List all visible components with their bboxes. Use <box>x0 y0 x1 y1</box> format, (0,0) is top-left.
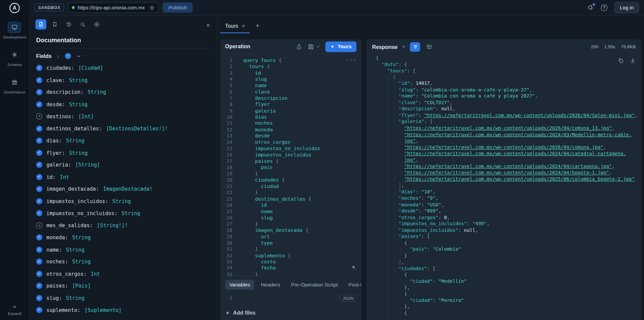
field-selected-icon[interactable]: ✓ <box>36 307 42 313</box>
code-line[interactable]: type <box>243 240 362 246</box>
save-operation-button[interactable] <box>308 43 320 50</box>
code-line[interactable]: } <box>243 221 362 228</box>
field-selected-icon[interactable]: ✓ <box>36 125 42 131</box>
field-selected-icon[interactable]: ✓ <box>36 247 42 253</box>
code-line[interactable]: paises { <box>243 158 362 165</box>
code-line[interactable]: id <box>243 70 362 76</box>
code-line[interactable]: query Tours { <box>243 57 362 64</box>
code-line[interactable]: suplemento { <box>243 253 362 259</box>
operation-editor[interactable]: 1234567891011121314151617181920212223242… <box>220 54 361 276</box>
apollo-logo[interactable]: A <box>9 3 20 13</box>
code-line[interactable]: name <box>243 208 362 215</box>
announcements-button[interactable] <box>587 4 594 11</box>
new-tab-button[interactable]: + <box>251 21 264 33</box>
sort-fields-icon[interactable]: ↓ <box>57 53 60 59</box>
chevron-down-icon[interactable] <box>401 44 406 49</box>
field-selected-icon[interactable]: ✓ <box>36 295 42 301</box>
field-row[interactable]: + mes_de_salidas: [String!]! <box>30 219 217 231</box>
code-line[interactable]: url <box>243 234 362 240</box>
run-operation-button[interactable]: Tours <box>325 41 357 52</box>
field-selected-icon[interactable]: ✓ <box>36 89 42 95</box>
tree-view-button[interactable] <box>410 42 420 52</box>
field-row[interactable]: ✓ suplemento: [Suplemento] <box>30 304 217 316</box>
op-tab-variables[interactable]: Variables <box>225 280 254 290</box>
code-line[interactable]: dias <box>243 114 362 121</box>
login-button[interactable]: Log in <box>614 2 639 13</box>
field-row[interactable]: ✓ clave: String <box>30 74 217 86</box>
settings-button[interactable] <box>91 19 102 30</box>
share-icon[interactable] <box>296 43 303 50</box>
saved-operations-button[interactable] <box>49 19 60 30</box>
expand-button[interactable]: » Expand <box>8 303 21 316</box>
field-row[interactable]: ✓ id: Int <box>30 171 217 183</box>
prettify-icon[interactable] <box>350 264 356 270</box>
field-row[interactable]: + destinos: [Int] <box>30 110 217 122</box>
field-row[interactable]: ✓ paises: [Pais] <box>30 280 217 292</box>
rail-item-schema[interactable]: Schema <box>3 49 26 67</box>
code-line[interactable]: destinos_detalles { <box>243 196 362 202</box>
collapse-sidebar-button[interactable]: « <box>206 21 211 28</box>
field-add-icon[interactable]: + <box>36 113 42 119</box>
field-selected-icon[interactable]: ✓ <box>36 271 42 277</box>
code-line[interactable]: } <box>243 171 362 177</box>
code-line[interactable]: clave <box>243 89 362 95</box>
code-line[interactable]: moneda <box>243 127 362 133</box>
field-selected-icon[interactable]: ✓ <box>36 174 42 180</box>
variables-editor[interactable]: 1 JSON <box>220 292 361 309</box>
code-line[interactable]: id <box>243 202 362 209</box>
history-button[interactable] <box>63 19 74 30</box>
code-line[interactable]: galeria <box>243 108 362 114</box>
download-response-icon[interactable] <box>630 57 636 63</box>
table-view-button[interactable] <box>424 42 434 52</box>
field-row[interactable]: ✓ destinos_detalles: [DestinosDetalles!]… <box>30 123 217 135</box>
code-line[interactable]: otros_cargos <box>243 139 362 146</box>
field-selected-icon[interactable]: ✓ <box>36 101 42 107</box>
field-row[interactable]: ✓ flyer: String <box>30 147 217 159</box>
code-line[interactable]: tours { <box>243 64 362 70</box>
field-selected-icon[interactable]: ✓ <box>36 77 42 83</box>
field-row[interactable]: ✓ ciudades: [Ciudad] <box>30 62 217 74</box>
add-files-button[interactable]: + Add files <box>220 309 361 320</box>
endpoint-settings-icon[interactable] <box>149 5 155 10</box>
code-line[interactable]: fecha <box>243 265 362 271</box>
field-row[interactable]: ✓ name: String <box>30 244 217 256</box>
field-row[interactable]: ✓ dias: String <box>30 135 217 147</box>
rail-item-governance[interactable]: Governance <box>3 77 26 94</box>
field-selected-icon[interactable]: ✓ <box>36 150 42 156</box>
editor-code[interactable]: query Tours { tours { id slug name clave… <box>238 57 361 276</box>
field-row[interactable]: ✓ imagen_destacada: ImagenDestacada! <box>30 183 217 195</box>
field-selected-icon[interactable]: ✓ <box>36 162 42 168</box>
code-line[interactable]: imagen_destacada { <box>243 228 362 234</box>
field-row[interactable]: ✓ noches: String <box>30 256 217 268</box>
field-row[interactable]: ✓ impuestos_incluidos: String <box>30 195 217 207</box>
field-row[interactable]: ✓ slug: String <box>30 292 217 304</box>
copy-response-icon[interactable] <box>618 57 624 63</box>
field-row[interactable]: ✓ descripcion: String <box>30 86 217 98</box>
tab-tours[interactable]: Tours × <box>220 20 250 33</box>
field-selected-icon[interactable]: ✓ <box>36 234 42 240</box>
field-selected-icon[interactable]: ✓ <box>36 210 42 216</box>
field-selected-icon[interactable]: ✓ <box>36 259 42 265</box>
field-add-icon[interactable]: + <box>36 222 42 228</box>
url-input[interactable]: https://trips-api.orionia.com.mx <box>68 2 159 13</box>
code-line[interactable]: descripcion <box>243 95 362 102</box>
editor-menu-button[interactable]: ··· <box>345 57 356 63</box>
op-tab-pre-operation-script[interactable]: Pre-Operation Script <box>287 280 342 290</box>
field-row[interactable]: ✓ impuestos_no_incluidos: String <box>30 207 217 219</box>
field-row[interactable]: ✓ galeria: [String] <box>30 159 217 171</box>
documentation-tab-button[interactable] <box>35 19 46 30</box>
json-mode-badge[interactable]: JSON <box>340 295 357 302</box>
code-line[interactable]: noches <box>243 120 362 127</box>
code-line[interactable]: slug <box>243 215 362 221</box>
code-line[interactable]: desde <box>243 133 362 139</box>
code-line[interactable]: pais <box>243 165 362 171</box>
chevron-down-icon[interactable] <box>76 54 82 59</box>
field-row[interactable]: ✓ moneda: String <box>30 232 217 244</box>
code-line[interactable]: slug <box>243 76 362 83</box>
rail-item-development[interactable]: Development <box>3 22 26 40</box>
field-selected-icon[interactable]: ✓ <box>36 283 42 289</box>
op-tab-post-operation-script[interactable]: Post-Operation Script <box>344 280 362 290</box>
code-line[interactable]: ciudad <box>243 183 362 190</box>
deselect-all-fields-button[interactable]: − <box>65 53 71 59</box>
code-line[interactable]: name <box>243 83 362 89</box>
